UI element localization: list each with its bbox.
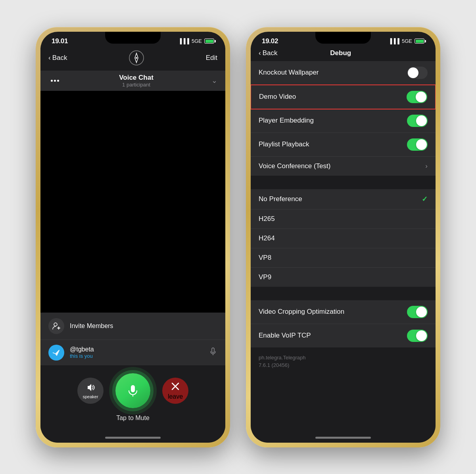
row-vp9[interactable]: VP9 bbox=[251, 268, 436, 287]
invite-icon bbox=[48, 318, 64, 334]
nav-center-1 bbox=[128, 49, 145, 67]
row-voip-tcp[interactable]: Enable VoIP TCP bbox=[251, 324, 436, 347]
invite-text: Invite Members bbox=[70, 322, 113, 330]
settings-list: Knockout Wallpaper Demo Video bbox=[251, 61, 436, 434]
status-bar-1: 19.01 ▐▐▐ 5GE bbox=[40, 32, 225, 48]
toggle-cropping[interactable] bbox=[407, 306, 428, 318]
toggle-playlist[interactable] bbox=[407, 138, 428, 151]
row-label-playlist: Playlist Playback bbox=[259, 140, 309, 148]
row-label-player: Player Embedding bbox=[259, 117, 314, 125]
battery-icon-2 bbox=[415, 38, 424, 44]
speaker-label: speaker bbox=[83, 394, 98, 399]
debug-nav: ‹ Back Debug bbox=[251, 48, 436, 61]
mic-icon-small bbox=[209, 347, 217, 358]
settings-gap-2 bbox=[251, 287, 436, 300]
battery-icon-1 bbox=[204, 38, 214, 44]
svg-rect-4 bbox=[131, 385, 135, 392]
controls-area: speaker leave bbox=[40, 365, 225, 434]
mic-button[interactable] bbox=[115, 373, 150, 408]
phone-1: 19.01 ▐▐▐ 5GE ‹ Back bbox=[36, 27, 230, 447]
control-buttons: speaker leave bbox=[56, 373, 209, 408]
settings-section-1: Knockout Wallpaper Demo Video bbox=[251, 61, 436, 176]
svg-point-2 bbox=[54, 323, 57, 326]
checkmark-icon: ✓ bbox=[422, 195, 428, 203]
status-bar-2: 19.02 ▐▐▐ 5GE bbox=[251, 32, 436, 48]
row-label-knockout: Knockout Wallpaper bbox=[259, 69, 319, 77]
nav-bar-1: ‹ Back Edit bbox=[40, 48, 225, 71]
edit-button-1[interactable]: Edit bbox=[206, 54, 217, 62]
voice-chat-title-group: Voice Chat 1 participant bbox=[119, 74, 154, 88]
row-player-embedding[interactable]: Player Embedding bbox=[251, 109, 436, 133]
app-version: 7.6.1 (20456) bbox=[259, 361, 428, 369]
leave-label: leave bbox=[168, 393, 183, 400]
row-no-preference[interactable]: No Preference ✓ bbox=[251, 189, 436, 209]
compass-icon bbox=[128, 49, 145, 67]
svg-point-1 bbox=[136, 57, 137, 59]
row-label-h265: H265 bbox=[259, 215, 275, 223]
status-icons-2: ▐▐▐ 5GE bbox=[388, 38, 424, 44]
status-icons-1: ▐▐▐ 5GE bbox=[178, 38, 214, 44]
row-video-cropping[interactable]: Video Cropping Optimization bbox=[251, 300, 436, 324]
home-indicator-2 bbox=[315, 437, 371, 439]
app-bundle: ph.telegra.Telegraph bbox=[259, 354, 428, 362]
app-info-section: ph.telegra.Telegraph 7.6.1 (20456) bbox=[251, 347, 436, 372]
video-area bbox=[40, 91, 225, 313]
row-label-voice: Voice Conference (Test) bbox=[259, 162, 330, 170]
user-label: this is you bbox=[70, 353, 203, 359]
user-row[interactable]: @tgbeta this is you bbox=[40, 340, 225, 365]
row-h265[interactable]: H265 bbox=[251, 209, 436, 229]
row-label-h264: H264 bbox=[259, 234, 275, 242]
toggle-knockout[interactable] bbox=[407, 67, 428, 79]
username: @tgbeta bbox=[70, 346, 203, 353]
invite-row[interactable]: Invite Members bbox=[40, 313, 225, 340]
back-chevron-1: ‹ bbox=[48, 54, 51, 62]
back-chevron-2: ‹ bbox=[259, 49, 261, 57]
signal-type-1: 5GE bbox=[192, 38, 202, 44]
row-label-no-pref: No Preference bbox=[259, 195, 302, 203]
chevron-down-icon[interactable]: ⌄ bbox=[211, 76, 217, 85]
status-time-1: 19.01 bbox=[52, 37, 68, 45]
status-time-2: 19.02 bbox=[262, 37, 278, 45]
settings-section-2: No Preference ✓ H265 H264 VP8 bbox=[251, 189, 436, 287]
row-label-vp8: VP8 bbox=[259, 254, 271, 262]
speaker-button[interactable]: speaker bbox=[77, 378, 104, 404]
debug-page-title: Debug bbox=[330, 49, 351, 57]
toggle-demo[interactable] bbox=[407, 91, 427, 103]
tap-to-mute-label: Tap to Mute bbox=[116, 415, 150, 422]
row-vp8[interactable]: VP8 bbox=[251, 248, 436, 268]
phone-2: 19.02 ▐▐▐ 5GE ‹ Back Debug bbox=[246, 27, 440, 447]
toggle-player[interactable] bbox=[407, 115, 428, 127]
row-h264[interactable]: H264 bbox=[251, 229, 436, 248]
row-knockout-wallpaper[interactable]: Knockout Wallpaper bbox=[251, 61, 436, 85]
chevron-right-icon: › bbox=[425, 162, 428, 170]
back-button-2[interactable]: ‹ Back bbox=[259, 49, 277, 57]
row-label-demo: Demo Video bbox=[259, 93, 296, 101]
settings-gap-1 bbox=[251, 176, 436, 189]
signal-type-2: 5GE bbox=[402, 38, 412, 44]
toggle-voip[interactable] bbox=[407, 330, 428, 342]
voice-chat-header: Voice Chat 1 participant ⌄ bbox=[40, 71, 225, 91]
home-indicator-1 bbox=[105, 437, 161, 439]
svg-rect-3 bbox=[212, 348, 214, 353]
avatar bbox=[48, 345, 64, 361]
row-playlist-playback[interactable]: Playlist Playback bbox=[251, 133, 436, 157]
signal-icon-1: ▐▐▐ bbox=[178, 38, 189, 44]
signal-icon-2: ▐▐▐ bbox=[388, 38, 399, 44]
row-label-voip: Enable VoIP TCP bbox=[259, 332, 311, 340]
row-voice-conference[interactable]: Voice Conference (Test) › bbox=[251, 157, 436, 176]
voice-chat-title: Voice Chat bbox=[119, 74, 154, 82]
user-info: @tgbeta this is you bbox=[70, 346, 203, 359]
leave-button[interactable]: leave bbox=[162, 378, 188, 404]
settings-section-3: Video Cropping Optimization Enable VoIP … bbox=[251, 300, 436, 347]
row-label-cropping: Video Cropping Optimization bbox=[259, 308, 344, 316]
row-demo-video[interactable]: Demo Video bbox=[251, 84, 436, 109]
more-button[interactable] bbox=[48, 74, 61, 87]
voice-chat-subtitle: 1 participant bbox=[122, 82, 150, 88]
back-button-1[interactable]: ‹ Back bbox=[48, 54, 67, 62]
row-label-vp9: VP9 bbox=[259, 273, 271, 281]
